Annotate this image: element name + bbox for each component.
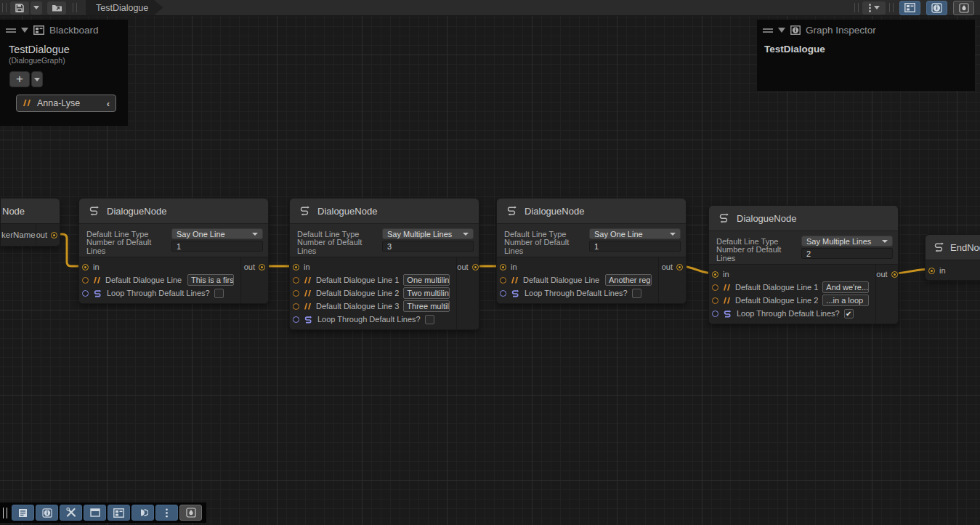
chevron-down-icon bbox=[874, 6, 880, 9]
graph-inspector-header[interactable]: Graph Inspector bbox=[757, 20, 975, 38]
add-property-button[interactable]: + bbox=[9, 71, 30, 87]
loop-icon bbox=[511, 289, 520, 297]
kebab-menu-icon bbox=[166, 508, 168, 518]
num-lines-label: Number of Default Lines bbox=[86, 238, 171, 255]
loop-port[interactable] bbox=[82, 290, 89, 297]
dialogue-line-field[interactable]: Another regu bbox=[605, 274, 652, 286]
save-dropdown-button[interactable] bbox=[31, 1, 42, 15]
num-lines-field[interactable]: 1 bbox=[171, 241, 263, 252]
chevron-down-icon bbox=[463, 233, 469, 236]
node-header[interactable]: EndNode bbox=[926, 235, 980, 260]
loop-port[interactable] bbox=[500, 290, 506, 297]
speaker-property-field[interactable]: Anna-Lyse ‹ bbox=[16, 95, 116, 112]
dialogue-node-4[interactable]: DialogueNode Default Line Type Say Multi… bbox=[708, 205, 899, 324]
dialogue-node-2[interactable]: DialogueNode Default Line Type Say Multi… bbox=[289, 198, 479, 330]
toolbar-handle[interactable] bbox=[2, 3, 7, 12]
loop-checkbox[interactable] bbox=[214, 289, 224, 298]
chevron-left-icon[interactable]: ‹ bbox=[107, 98, 110, 109]
document-lines-icon bbox=[18, 508, 28, 518]
drag-handle-icon[interactable] bbox=[763, 28, 773, 33]
dialogue-node-1[interactable]: DialogueNode Default Line Type Say One L… bbox=[78, 198, 269, 304]
toggle-inspector-button[interactable] bbox=[926, 1, 947, 15]
num-lines-field[interactable]: 3 bbox=[382, 241, 474, 252]
more-options-button[interactable] bbox=[155, 505, 178, 521]
quote-icon bbox=[511, 277, 519, 284]
loop-port[interactable] bbox=[293, 316, 299, 323]
num-lines-field[interactable]: 1 bbox=[589, 241, 681, 252]
dialogue-line-port[interactable] bbox=[82, 277, 89, 284]
num-lines-value: 3 bbox=[387, 242, 392, 251]
tools-button[interactable] bbox=[60, 505, 82, 521]
out-port-label: out bbox=[876, 270, 887, 278]
collapse-triangle-icon[interactable] bbox=[778, 28, 785, 33]
loop-checkbox[interactable] bbox=[844, 309, 854, 318]
line-type-dropdown[interactable]: Say Multiple Lines bbox=[382, 228, 474, 239]
in-port[interactable] bbox=[928, 268, 935, 274]
node-header[interactable]: DialogueNode bbox=[79, 199, 268, 223]
console-button[interactable] bbox=[12, 505, 34, 521]
blackboard-icon bbox=[33, 25, 44, 35]
dialogue-line-port[interactable] bbox=[293, 303, 299, 310]
out-port[interactable] bbox=[472, 264, 479, 270]
out-port[interactable] bbox=[676, 264, 683, 270]
toggle-blackboard-button[interactable] bbox=[899, 1, 920, 15]
dialogue-line-field[interactable]: Three multilin bbox=[403, 300, 450, 312]
loop-checkbox[interactable] bbox=[425, 315, 434, 324]
dialogue-line-label: Default Dialogue Line bbox=[523, 276, 599, 284]
graph-tab[interactable]: TestDialogue bbox=[86, 0, 163, 16]
node-header[interactable]: DialogueNode bbox=[709, 206, 898, 231]
num-lines-label: Number of Default Lines bbox=[504, 238, 589, 255]
out-port[interactable] bbox=[51, 232, 57, 239]
line-type-dropdown[interactable]: Say One Line bbox=[589, 228, 681, 239]
save-button[interactable] bbox=[10, 1, 29, 15]
toolbar-drag-handle[interactable] bbox=[3, 508, 7, 518]
line-type-value: Say Multiple Lines bbox=[806, 237, 871, 246]
dialogue-node-3[interactable]: DialogueNode Default Line Type Say One L… bbox=[496, 198, 687, 304]
in-port[interactable] bbox=[293, 264, 299, 270]
dialogue-line-port[interactable] bbox=[712, 297, 718, 304]
flame-panel-button[interactable] bbox=[179, 505, 202, 521]
dialogue-line-field[interactable]: Two multiline bbox=[403, 287, 450, 299]
speaker-node[interactable]: Node kerName out bbox=[0, 198, 60, 247]
graph-canvas[interactable]: TestDialogue bbox=[0, 0, 980, 525]
out-port[interactable] bbox=[891, 271, 898, 278]
line-type-dropdown[interactable]: Say Multiple Lines bbox=[801, 236, 893, 247]
dialogue-line-field[interactable]: This is a first bbox=[187, 274, 234, 286]
graph-inspector-panel: Graph Inspector TestDialogue bbox=[757, 20, 975, 91]
dialogue-line-field[interactable]: And we're... bbox=[822, 281, 869, 293]
dialogue-line-port[interactable] bbox=[293, 277, 299, 284]
speaker-output-label: kerName bbox=[1, 224, 36, 246]
dialogue-line-port[interactable] bbox=[500, 277, 506, 284]
drag-handle-icon[interactable] bbox=[6, 28, 16, 33]
dialogue-line-field[interactable]: ...in a loop bbox=[822, 294, 869, 306]
inspector-toggle-button[interactable] bbox=[36, 505, 58, 521]
line-type-dropdown[interactable]: Say One Line bbox=[171, 228, 263, 239]
in-port[interactable] bbox=[82, 264, 89, 270]
toggle-flame-panel-button[interactable] bbox=[953, 1, 974, 15]
blackboard-header[interactable]: Blackboard bbox=[0, 20, 128, 38]
blackboard-toggle-button[interactable] bbox=[108, 505, 130, 521]
transition-button[interactable] bbox=[131, 505, 154, 521]
node-header[interactable]: DialogueNode bbox=[290, 199, 479, 223]
end-node[interactable]: EndNode in bbox=[925, 234, 980, 281]
dialogue-line-port[interactable] bbox=[293, 290, 299, 297]
num-lines-value: 1 bbox=[177, 242, 181, 251]
in-port[interactable] bbox=[500, 264, 506, 270]
dialogue-line-port[interactable] bbox=[712, 284, 718, 291]
node-header[interactable]: DialogueNode bbox=[497, 199, 686, 223]
add-property-dropdown[interactable] bbox=[31, 71, 43, 87]
chevron-down-icon bbox=[670, 233, 676, 236]
dialogue-line-value: Two multiline bbox=[407, 289, 450, 297]
window-button[interactable] bbox=[84, 505, 106, 521]
loop-checkbox[interactable] bbox=[632, 289, 641, 298]
num-lines-field[interactable]: 2 bbox=[801, 248, 893, 259]
speaker-node-header[interactable]: Node bbox=[1, 199, 60, 223]
dialogue-line-value: Another regu bbox=[609, 276, 652, 284]
options-button[interactable] bbox=[862, 1, 886, 15]
out-port[interactable] bbox=[259, 264, 265, 270]
dialogue-line-field[interactable]: One multiline bbox=[403, 274, 450, 286]
collapse-triangle-icon[interactable] bbox=[21, 28, 28, 33]
open-graph-button[interactable] bbox=[47, 1, 66, 15]
in-port[interactable] bbox=[712, 271, 718, 278]
loop-port[interactable] bbox=[712, 310, 718, 317]
